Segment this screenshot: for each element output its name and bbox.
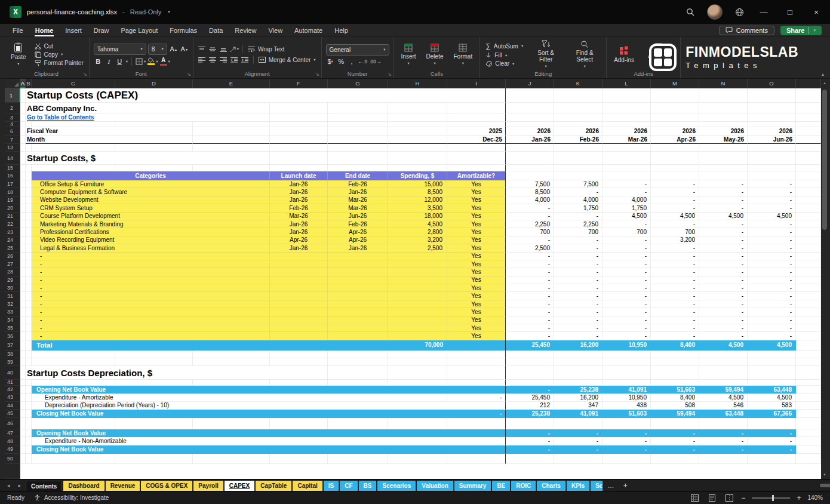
cell-G46[interactable]: [328, 418, 388, 429]
cell-K29[interactable]: -: [554, 276, 602, 284]
cell-O33[interactable]: -: [748, 308, 796, 316]
cell-B39[interactable]: [26, 358, 32, 366]
cell-L34[interactable]: -: [602, 316, 651, 324]
cell-N29[interactable]: -: [699, 276, 748, 284]
cell-M18[interactable]: -: [651, 188, 699, 196]
sheet-nav-right-icon[interactable]: ▸: [15, 483, 25, 488]
cell-C36[interactable]: -: [32, 332, 270, 340]
zoom-slider-thumb[interactable]: [772, 495, 774, 501]
cell-C43[interactable]: Expenditure - Amortizable: [32, 394, 447, 401]
cell-J33[interactable]: -: [506, 308, 554, 316]
cell-F34[interactable]: [270, 316, 328, 324]
cell-M29[interactable]: -: [651, 276, 699, 284]
cell-C44[interactable]: Depreciation (Depreciation Period (Years…: [32, 402, 506, 410]
cell-O2[interactable]: [748, 103, 796, 113]
cell-X28[interactable]: [796, 268, 821, 276]
menu-view[interactable]: View: [263, 24, 288, 36]
fill-color-button[interactable]: ▾: [147, 57, 158, 65]
cell-X44[interactable]: [796, 402, 821, 410]
cell-O1[interactable]: [748, 88, 796, 103]
cell-N16[interactable]: [699, 171, 748, 180]
cell-L3[interactable]: [602, 113, 651, 122]
menu-review[interactable]: Review: [229, 24, 262, 36]
cell-L35[interactable]: -: [602, 324, 651, 332]
cell-F18[interactable]: Jan-26: [270, 188, 328, 196]
cell-A25[interactable]: [20, 244, 26, 252]
cell-G35[interactable]: [328, 324, 388, 332]
cell-G36[interactable]: [328, 332, 388, 340]
menu-formulas[interactable]: Formulas: [164, 24, 202, 36]
cell-F20[interactable]: Feb-26: [270, 204, 328, 212]
row-header-33[interactable]: 33: [5, 308, 20, 316]
file-name[interactable]: personal-finance-coaching.xlsx: [27, 8, 117, 16]
copy-button[interactable]: Copy ▾: [33, 51, 85, 58]
cell-B25[interactable]: [26, 244, 32, 252]
cell-X25[interactable]: [796, 244, 821, 252]
cell-H17[interactable]: 15,000: [388, 180, 447, 188]
cell-C27[interactable]: -: [32, 260, 270, 268]
cell-H21[interactable]: 18,000: [388, 213, 447, 220]
cell-X33[interactable]: [796, 308, 821, 316]
cell-C48[interactable]: Expenditure - Non-Amortizable: [32, 437, 506, 445]
cell-B16[interactable]: [26, 171, 32, 180]
cell-K16[interactable]: [554, 171, 602, 180]
cell-H7[interactable]: [388, 136, 447, 144]
cell-B35[interactable]: [26, 324, 32, 332]
font-color-button[interactable]: A ▾: [160, 57, 170, 66]
cell-X22[interactable]: [796, 220, 821, 228]
cell-J44[interactable]: 212: [506, 402, 554, 410]
cell-M27[interactable]: -: [651, 260, 699, 268]
cell-C46[interactable]: [32, 418, 115, 429]
cell-C33[interactable]: -: [32, 308, 270, 316]
cell-M17[interactable]: -: [651, 180, 699, 188]
cell-C35[interactable]: -: [32, 324, 270, 332]
cell-J31[interactable]: -: [506, 292, 554, 300]
sheet-tab-bs[interactable]: BS: [359, 481, 377, 491]
cell-L16[interactable]: [602, 171, 651, 180]
alignment-dialog-launcher[interactable]: ↘: [315, 72, 319, 77]
cell-N30[interactable]: -: [699, 284, 748, 292]
cell-H35[interactable]: [388, 324, 447, 332]
cell-A16[interactable]: [20, 171, 26, 180]
cell-D50[interactable]: [115, 454, 193, 464]
cell-I35[interactable]: Yes: [447, 324, 506, 332]
cell-N50[interactable]: [699, 454, 748, 464]
cell-D13[interactable]: [115, 144, 193, 152]
menu-draw[interactable]: Draw: [88, 24, 115, 36]
sheet-tab-capex[interactable]: CAPEX: [225, 481, 254, 491]
cell-H31[interactable]: [388, 292, 447, 300]
cell-H24[interactable]: 3,200: [388, 236, 447, 244]
increase-decimal-button[interactable]: ←.0: [358, 59, 368, 64]
cell-J49[interactable]: -: [506, 445, 554, 454]
cell-O31[interactable]: -: [748, 292, 796, 300]
cell-C28[interactable]: -: [32, 268, 270, 276]
cell-N2[interactable]: [699, 103, 748, 113]
clipboard-dialog-launcher[interactable]: ↘: [83, 72, 87, 77]
clear-button[interactable]: Clear▾: [484, 60, 524, 67]
cell-C24[interactable]: Video Recording Equipment: [32, 236, 270, 244]
row-header-4[interactable]: 4: [5, 122, 20, 127]
cell-M21[interactable]: 4,500: [651, 213, 699, 220]
cell-C20[interactable]: CRM System Setup: [32, 204, 270, 212]
cell-C49[interactable]: Closing Net Book Value: [32, 445, 506, 454]
cell-M40[interactable]: [651, 366, 699, 380]
cell-K7[interactable]: Feb-26: [554, 136, 602, 144]
cell-X35[interactable]: [796, 324, 821, 332]
row-header-15[interactable]: 15: [5, 165, 20, 171]
cell-O22[interactable]: -: [748, 220, 796, 228]
cell-X48[interactable]: [796, 437, 821, 445]
cell-B2[interactable]: ABC Company Inc.: [26, 103, 270, 113]
cell-N49[interactable]: -: [699, 445, 748, 454]
cell-I22[interactable]: Yes: [447, 220, 506, 228]
cell-F29[interactable]: [270, 276, 328, 284]
sheet-tab-be[interactable]: BE: [492, 481, 510, 491]
cell-G38[interactable]: [328, 351, 388, 358]
cell-K25[interactable]: -: [554, 244, 602, 252]
cell-X45[interactable]: [796, 410, 821, 418]
cell-A43[interactable]: [20, 394, 26, 401]
cell-M38[interactable]: [651, 351, 699, 358]
align-middle-button[interactable]: [208, 46, 217, 53]
row-header-23[interactable]: 23: [5, 228, 20, 236]
cell-A37[interactable]: [20, 340, 26, 351]
cell-F2[interactable]: [270, 103, 328, 113]
